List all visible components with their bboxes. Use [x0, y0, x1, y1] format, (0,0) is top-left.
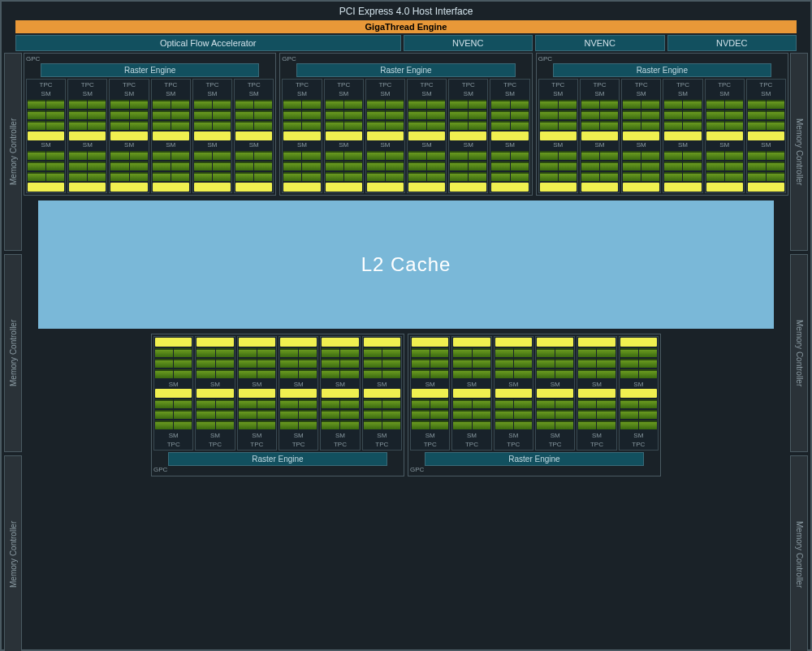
sm-label: SM — [194, 140, 231, 149]
sm-block: SM — [620, 338, 657, 389]
tpc-label: TPC — [239, 440, 275, 449]
core-row — [578, 410, 615, 419]
sm-block: SM — [706, 140, 743, 192]
core-row — [283, 162, 320, 170]
core-row — [110, 100, 147, 109]
rt-core — [537, 338, 573, 347]
core-row — [581, 110, 618, 119]
core-row — [367, 110, 404, 119]
rt-core — [664, 183, 701, 192]
sm-block: SM — [540, 89, 577, 140]
sm-label: SM — [664, 140, 701, 149]
core-row — [194, 121, 231, 130]
sm-label: SM — [155, 431, 192, 440]
core-row — [620, 410, 657, 419]
tpc-label: TPC — [110, 80, 147, 89]
sm-label: SM — [491, 140, 528, 149]
tpc-label: TPC — [581, 80, 618, 89]
rt-core — [239, 389, 275, 398]
core-row — [537, 369, 573, 378]
rt-core — [69, 183, 106, 192]
tpc-block: TPC SM SM — [580, 79, 620, 193]
tpc-label: TPC — [364, 440, 400, 449]
rt-core — [453, 338, 490, 347]
core-row — [491, 162, 528, 170]
core-row — [283, 121, 320, 130]
core-row — [495, 359, 532, 368]
core-row — [581, 162, 618, 170]
core-row — [664, 121, 701, 130]
tpc-block: TPC SM SM — [26, 79, 66, 193]
sm-block: SM — [28, 89, 64, 140]
tpc-block: TPC SM SM — [153, 336, 193, 451]
core-row — [453, 410, 490, 419]
sm-label: SM — [153, 89, 189, 98]
core-row — [367, 151, 404, 160]
core-row — [706, 110, 743, 119]
sm-label: SM — [748, 89, 784, 98]
core-row — [408, 162, 445, 170]
core-row — [28, 110, 64, 119]
sm-label: SM — [235, 140, 272, 149]
top-units-row: Optical Flow Accelerator NVENC NVENC NVD… — [15, 35, 797, 51]
sm-label: SM — [155, 380, 192, 389]
sm-block: SM — [283, 89, 320, 140]
tpc-block: TPC SM SM — [407, 79, 447, 193]
core-row — [540, 110, 577, 119]
core-row — [540, 151, 577, 160]
core-row — [280, 369, 317, 378]
gpu-block-diagram: PCI Express 4.0 Host Interface GigaThrea… — [0, 0, 812, 651]
sm-label: SM — [581, 140, 618, 149]
tpc-block: TPC SM SM — [195, 336, 235, 451]
core-row — [155, 410, 192, 419]
raster-engine: Raster Engine — [168, 452, 387, 466]
core-row — [110, 162, 147, 170]
core-row — [69, 151, 106, 160]
core-row — [408, 172, 445, 181]
raster-engine: Raster Engine — [41, 63, 259, 77]
tpc-label: TPC — [453, 440, 490, 449]
tpc-label: TPC — [283, 80, 320, 89]
core-row — [623, 100, 659, 109]
core-row — [491, 172, 528, 181]
sm-label: SM — [239, 431, 275, 440]
core-row — [578, 420, 615, 429]
tpc-label: TPC — [450, 80, 486, 89]
core-row — [69, 121, 106, 130]
tpc-label: TPC — [280, 440, 317, 449]
rt-core — [412, 338, 448, 347]
tpc-label: TPC — [623, 80, 659, 89]
core-row — [581, 121, 618, 130]
core-row — [28, 100, 64, 109]
rt-core — [364, 389, 400, 398]
memory-controller: Memory Controller — [4, 455, 22, 651]
core-row — [69, 162, 106, 170]
sm-block: SM — [235, 140, 272, 192]
core-row — [748, 162, 784, 170]
sm-block: SM — [283, 140, 320, 192]
rt-core — [453, 389, 490, 398]
gpc-block: GPC Raster Engine TPC SM SM TPC SM SM TP… — [408, 334, 661, 476]
sm-block: SM — [110, 89, 147, 140]
core-row — [664, 100, 701, 109]
tpc-block: TPC SM SM — [237, 336, 277, 451]
tpc-block: TPC SM SM — [320, 336, 360, 451]
core-row — [578, 369, 615, 378]
tpc-block: TPC SM SM — [109, 79, 149, 193]
sm-block: SM — [322, 338, 358, 389]
core-row — [412, 348, 448, 357]
sm-label: SM — [367, 140, 404, 149]
sm-block: SM — [581, 140, 618, 192]
raster-engine: Raster Engine — [553, 63, 771, 77]
core-row — [194, 151, 231, 160]
sm-label: SM — [412, 431, 448, 440]
core-row — [453, 359, 490, 368]
core-row — [69, 100, 106, 109]
rt-core — [110, 183, 147, 192]
sm-block: SM — [408, 89, 445, 140]
rt-core — [367, 183, 404, 192]
core-row — [706, 172, 743, 181]
sm-block: SM — [326, 140, 362, 192]
core-row — [450, 110, 486, 119]
rt-core — [408, 131, 445, 140]
